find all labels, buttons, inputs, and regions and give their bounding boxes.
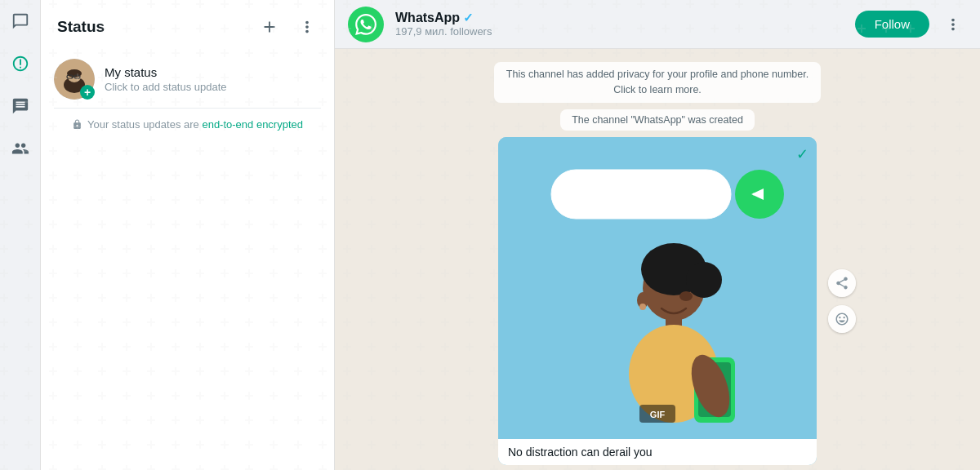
channel-avatar bbox=[348, 7, 384, 42]
checkmark-icon: ✓ bbox=[796, 145, 808, 163]
status-title: Status bbox=[57, 18, 105, 36]
sidebar-icons bbox=[0, 0, 41, 470]
sidebar-item-chats[interactable] bbox=[7, 8, 33, 34]
channel-followers: 197,9 мил. followers bbox=[395, 25, 492, 38]
sidebar-item-messages[interactable] bbox=[7, 93, 33, 119]
encryption-link[interactable]: end-to-end encrypted bbox=[202, 118, 303, 131]
media-message-container: ✓ bbox=[498, 137, 817, 465]
channel-info: WhatsApp ✓ 197,9 мил. followers bbox=[395, 11, 492, 38]
chat-header: WhatsApp ✓ 197,9 мил. followers Follow bbox=[335, 0, 980, 49]
my-status-row[interactable]: + My status Click to add status update bbox=[41, 51, 334, 108]
encryption-notice: Your status updates are end-to-end encry… bbox=[41, 109, 334, 140]
channel-more-button[interactable] bbox=[939, 11, 967, 38]
my-status-name: My status bbox=[105, 65, 227, 79]
my-status-subtitle: Click to add status update bbox=[105, 81, 227, 93]
svg-point-22 bbox=[679, 291, 693, 301]
chat-messages: This channel has added privacy for your … bbox=[335, 49, 980, 470]
avatar-container: + bbox=[54, 59, 95, 100]
status-menu-button[interactable] bbox=[293, 13, 321, 41]
follow-button[interactable]: Follow bbox=[855, 11, 929, 38]
encryption-text: Your status updates are end-to-end encry… bbox=[87, 118, 303, 131]
svg-rect-8 bbox=[551, 170, 731, 219]
sidebar-item-community[interactable] bbox=[7, 135, 33, 162]
status-header: Status bbox=[41, 0, 334, 51]
svg-point-21 bbox=[639, 304, 646, 310]
chat-area: WhatsApp ✓ 197,9 мил. followers Follow T… bbox=[335, 0, 980, 470]
channel-name: WhatsApp ✓ bbox=[395, 11, 492, 25]
add-status-icon: + bbox=[80, 85, 95, 100]
status-header-actions bbox=[256, 13, 321, 41]
privacy-notice[interactable]: This channel has added privacy for your … bbox=[494, 62, 821, 103]
media-card: ✓ bbox=[498, 137, 817, 465]
reaction-buttons bbox=[828, 269, 856, 333]
add-status-button[interactable] bbox=[256, 13, 283, 41]
svg-text:GIF: GIF bbox=[650, 410, 666, 419]
media-caption: No distraction can derail you bbox=[498, 439, 817, 465]
svg-point-14 bbox=[686, 262, 722, 298]
sidebar-item-status[interactable] bbox=[7, 51, 33, 77]
emoji-reaction-button[interactable] bbox=[828, 305, 856, 333]
channel-created-message: The channel "WhatsApp" was created bbox=[560, 109, 755, 131]
share-reaction-button[interactable] bbox=[828, 269, 856, 297]
media-illustration: GIF bbox=[498, 137, 817, 439]
verified-badge: ✓ bbox=[463, 11, 474, 25]
my-status-text: My status Click to add status update bbox=[105, 65, 227, 93]
chat-header-left: WhatsApp ✓ 197,9 мил. followers bbox=[348, 7, 492, 42]
status-panel: Status bbox=[41, 0, 335, 470]
chat-header-right: Follow bbox=[855, 11, 967, 38]
